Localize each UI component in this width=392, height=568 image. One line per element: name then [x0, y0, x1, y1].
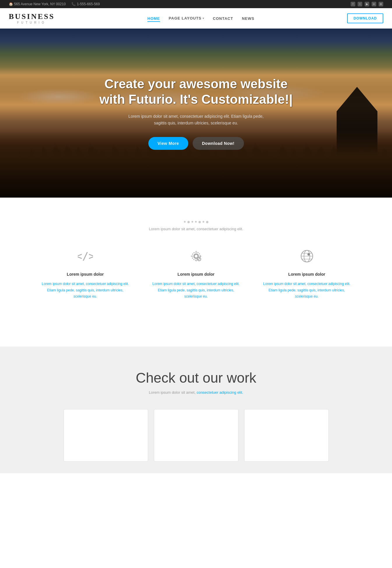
- dot-1: [184, 221, 186, 223]
- logo-name: BUSINESS: [9, 12, 55, 21]
- nav-link-news[interactable]: NEWS: [242, 16, 254, 21]
- feature-title-2: Lorem ipsum dolor: [152, 272, 240, 277]
- portfolio-item-2[interactable]: [154, 409, 238, 462]
- portfolio-title: Check out our work: [9, 370, 383, 386]
- portfolio-item-1[interactable]: [64, 409, 148, 462]
- feature-item-1: </> Lorem ipsum dolor Lorem ipsum dolor …: [30, 249, 141, 300]
- nav-dropdown-page-layouts[interactable]: PAGE LAYOUTS ▾: [169, 16, 204, 20]
- navbar: BUSINESS FUTURIO HOME PAGE LAYOUTS ▾ CON…: [0, 8, 392, 29]
- phone-text: 1-555-665-569: [77, 2, 100, 6]
- portfolio-description: Lorem ipsum dolor sit amet, consectetuer…: [9, 390, 383, 395]
- dot-6: [203, 221, 204, 223]
- nav-item-home[interactable]: HOME: [147, 16, 160, 21]
- section-dots: [9, 221, 383, 223]
- social-icons: f t ▶ in ⊞: [351, 2, 383, 6]
- nav-item-contact[interactable]: CONTACT: [213, 16, 233, 21]
- feature-text-1: Lorem ipsum dolor sit amet, consectetuer…: [42, 281, 129, 300]
- view-more-button[interactable]: View More: [148, 137, 189, 150]
- twitter-icon[interactable]: t: [358, 2, 362, 6]
- nav-download-button[interactable]: DOWNLOAD: [347, 13, 383, 23]
- features-grid: </> Lorem ipsum dolor Lorem ipsum dolor …: [9, 249, 383, 300]
- dot-2: [187, 221, 190, 223]
- chevron-down-icon: ▾: [203, 17, 204, 20]
- code-icon: </>: [42, 249, 129, 266]
- portfolio-item-3[interactable]: [244, 409, 329, 462]
- svg-text:</>: </>: [78, 250, 93, 262]
- hero-subtitle: Lorem ipsum dolor sit amet, consectetuer…: [123, 113, 269, 127]
- youtube-icon[interactable]: ▶: [365, 2, 369, 6]
- logo[interactable]: BUSINESS FUTURIO: [9, 12, 55, 24]
- feature-item-2: Lorem ipsum dolor Lorem ipsum dolor sit …: [141, 249, 252, 300]
- portfolio-grid: [9, 409, 383, 462]
- hero-section: Create your awesome website with Futurio…: [0, 29, 392, 198]
- nav-menu: HOME PAGE LAYOUTS ▾ CONTACT NEWS: [147, 16, 254, 21]
- address-info: 🏠 565 Avenue New York, NY 00210: [9, 2, 66, 6]
- svg-point-3: [194, 254, 198, 258]
- nav-link-contact[interactable]: CONTACT: [213, 16, 233, 21]
- top-bar: 🏠 565 Avenue New York, NY 00210 📞 1-555-…: [0, 0, 392, 8]
- facebook-icon[interactable]: f: [351, 2, 355, 6]
- logo-tagline: FUTURIO: [9, 21, 55, 24]
- dot-5: [198, 221, 201, 223]
- feature-text-2: Lorem ipsum dolor sit amet, consectetuer…: [152, 281, 240, 300]
- hero-title: Create your awesome website with Futurio…: [94, 76, 298, 107]
- phone-info: 📞 1-555-665-569: [71, 2, 100, 6]
- nav-link-page-layouts[interactable]: PAGE LAYOUTS: [169, 16, 201, 20]
- nav-item-page-layouts[interactable]: PAGE LAYOUTS ▾: [169, 16, 204, 20]
- dot-7: [206, 221, 208, 223]
- hero-content: Create your awesome website with Futurio…: [94, 76, 298, 150]
- features-description: Lorem ipsum dolor sit amet, consectetuer…: [9, 227, 383, 231]
- features-section: Lorem ipsum dolor sit amet, consectetuer…: [0, 198, 392, 347]
- spacer-divider: [9, 300, 383, 329]
- linkedin-icon[interactable]: in: [372, 2, 376, 6]
- feature-text-3: Lorem ipsum dolor sit amet, consectetuer…: [263, 281, 351, 300]
- dot-4: [195, 221, 197, 223]
- portfolio-link[interactable]: consectetuer adipiscing elit.: [197, 390, 243, 395]
- download-now-button[interactable]: Download Now!: [193, 137, 244, 150]
- feature-title-1: Lorem ipsum dolor: [42, 272, 129, 277]
- nav-item-news[interactable]: NEWS: [242, 16, 254, 21]
- dot-3: [191, 221, 193, 223]
- address-text: 565 Avenue New York, NY 00210: [14, 2, 66, 6]
- nav-link-home[interactable]: HOME: [147, 16, 160, 22]
- hero-buttons: View More Download Now!: [94, 137, 298, 150]
- settings-icon: [152, 249, 240, 266]
- top-bar-left: 🏠 565 Avenue New York, NY 00210 📞 1-555-…: [9, 2, 100, 6]
- globe-icon: [263, 249, 351, 266]
- home-icon: 🏠: [9, 2, 13, 6]
- rss-icon[interactable]: ⊞: [379, 2, 383, 6]
- svg-point-11: [307, 253, 310, 256]
- portfolio-section: Check out our work Lorem ipsum dolor sit…: [0, 347, 392, 473]
- feature-item-3: Lorem ipsum dolor Lorem ipsum dolor sit …: [252, 249, 362, 300]
- feature-title-3: Lorem ipsum dolor: [263, 272, 351, 277]
- phone-icon: 📞: [71, 2, 76, 6]
- svg-point-5: [198, 258, 199, 259]
